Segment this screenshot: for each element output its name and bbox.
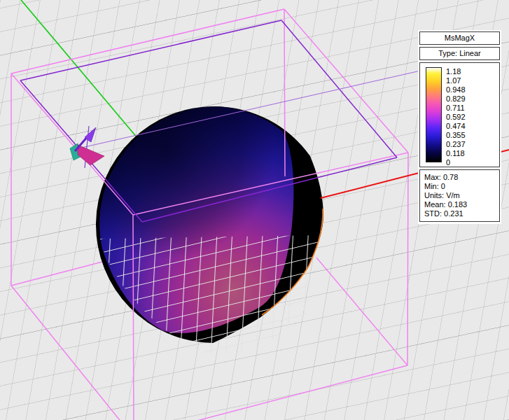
arrow-head — [85, 127, 96, 142]
legend-panel: MsMagX Type: Linear 1.181.070.9480.8290.… — [418, 30, 501, 224]
colorbar-tick-labels: 1.181.070.9480.8290.7110.5920.4740.3550.… — [446, 63, 466, 167]
colorbar-tick: 0.237 — [446, 140, 466, 149]
legend-title: MsMagX — [419, 31, 500, 45]
dipole-antenna-marker — [70, 126, 104, 168]
colorbar-tick: 0.474 — [446, 122, 466, 131]
stat-line: Max: 0.78 — [424, 173, 495, 182]
stat-line: Units: V/m — [424, 191, 495, 200]
colorbar-tick: 0.829 — [446, 94, 466, 104]
field-sphere — [56, 41, 338, 354]
simulation-viewport[interactable]: MsMagX Type: Linear 1.181.070.9480.8290.… — [0, 0, 509, 420]
stat-line: STD: 0.231 — [424, 209, 495, 218]
colorbar-tick: 1.07 — [446, 76, 466, 85]
colorbar-tick: 0 — [446, 158, 466, 167]
stat-line: Min: 0 — [424, 182, 495, 191]
colorbar-tick: 0.355 — [446, 131, 466, 140]
colorbar-tick: 0.592 — [446, 113, 466, 122]
cone-magenta — [78, 145, 104, 165]
legend-scale-type: Type: Linear — [419, 47, 500, 60]
stat-line: Mean: 0.183 — [424, 200, 495, 209]
colorbar-tick: 0.118 — [446, 149, 466, 158]
legend-colorbar: 1.181.070.9480.8290.7110.5920.4740.3550.… — [419, 62, 500, 167]
colorbar-tick: 1.18 — [446, 67, 466, 76]
colorbar-swatch — [426, 67, 442, 162]
axis-line-green — [21, 0, 138, 139]
legend-stats: Max: 0.78Min: 0Units: V/mMean: 0.183STD:… — [419, 169, 500, 222]
colorbar-tick: 0.948 — [446, 85, 466, 94]
colorbar-tick: 0.711 — [446, 104, 466, 113]
